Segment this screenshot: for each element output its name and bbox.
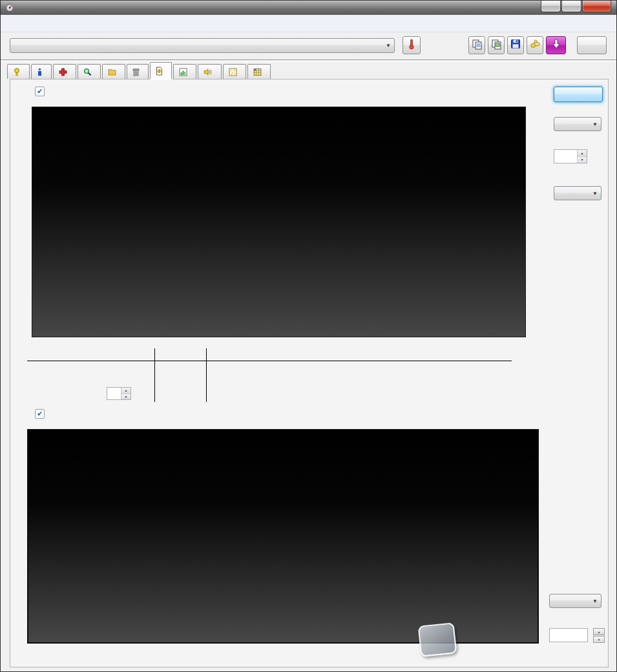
table-header-line (27, 361, 512, 361)
bar-chart-icon (179, 68, 187, 76)
delay-spin-down[interactable]: ▼ (593, 636, 605, 643)
close-button[interactable] (582, 1, 611, 12)
delay-spin-up[interactable]: ▲ (593, 628, 605, 635)
temperature-button[interactable] (403, 36, 421, 54)
drive-select[interactable]: ▼ (554, 117, 601, 131)
app-window: ▼ (0, 0, 617, 672)
chevron-down-icon: ▼ (589, 191, 601, 196)
file-length2-select[interactable]: ▼ (549, 594, 601, 608)
toolbar: ▼ (1, 32, 616, 59)
download-button[interactable] (546, 36, 566, 54)
copy-image-button[interactable] (488, 36, 505, 54)
tab-file-benchmark[interactable] (150, 62, 172, 79)
magnifier-icon (83, 68, 92, 76)
menu-help[interactable] (17, 21, 29, 25)
table-separator (206, 348, 207, 402)
titlebar (1, 1, 616, 15)
thermometer-icon (408, 38, 415, 52)
file-length-value (554, 150, 577, 163)
donate-hands-icon (530, 39, 541, 52)
spin-up-icon[interactable]: ▲ (578, 150, 587, 157)
chevron-down-icon: ▼ (589, 598, 601, 604)
tab-benchmark[interactable] (7, 64, 30, 79)
maximize-button[interactable] (561, 1, 581, 12)
spin-down-icon[interactable]: ▼ (578, 157, 587, 163)
copy-text-icon (472, 39, 483, 52)
delay-value (550, 629, 587, 642)
save-button[interactable] (507, 36, 524, 54)
start-button[interactable] (554, 87, 603, 102)
tabbar (7, 63, 272, 79)
tab-aam[interactable] (198, 64, 222, 79)
menubar (1, 15, 616, 32)
delay-spinner[interactable] (549, 628, 588, 642)
block-size-chart (27, 429, 539, 644)
chevron-down-icon: ▼ (382, 43, 394, 48)
trash-icon (132, 68, 140, 76)
chevron-down-icon: ▼ (589, 121, 601, 127)
copy-image-icon (491, 39, 502, 52)
queue-depth-value (107, 388, 121, 399)
save-icon (510, 39, 521, 52)
legend-write-swatch (515, 421, 521, 427)
transfer-speed-chart (32, 107, 526, 337)
folder-icon (108, 68, 116, 76)
copy-text-button[interactable] (468, 36, 485, 54)
file-length-spinner[interactable]: ▲▼ (554, 149, 587, 163)
grid-icon (253, 68, 262, 76)
device-select[interactable]: ▼ (10, 38, 395, 53)
queue-depth-spinner[interactable]: ▲▼ (107, 387, 131, 400)
file-benchmark-panel: ✔ ▼ ▲▼ ▼ (10, 79, 609, 667)
spin-up-icon[interactable]: ▲ (121, 388, 131, 394)
exit-button[interactable] (577, 36, 607, 54)
tab-disk-monitor[interactable] (173, 64, 196, 79)
minimize-button[interactable] (541, 1, 561, 12)
tab-health[interactable] (53, 64, 76, 79)
toolbar-separator (1, 59, 616, 62)
tab-folder-usage[interactable] (102, 64, 125, 79)
dots-icon (229, 68, 237, 76)
table-separator (154, 348, 155, 402)
tab-info[interactable] (31, 64, 52, 79)
tab-random-access[interactable] (223, 64, 246, 79)
transfer-speed-checkbox[interactable]: ✔ (35, 87, 45, 96)
donate-button[interactable] (527, 36, 543, 54)
spin-down-icon[interactable]: ▼ (121, 394, 131, 400)
data-pattern-select[interactable]: ▼ (554, 186, 601, 200)
speaker-icon (204, 68, 213, 76)
tab-erase[interactable] (127, 64, 149, 79)
tab-error-scan[interactable] (78, 64, 101, 79)
menu-file[interactable] (6, 21, 17, 25)
tab-extra-tests[interactable] (247, 64, 271, 79)
health-cross-icon (59, 68, 67, 76)
gauge-icon (13, 68, 21, 76)
legend-read-swatch (488, 421, 494, 427)
block-size-checkbox[interactable]: ✔ (35, 409, 45, 419)
app-icon (5, 3, 14, 12)
download-arrow-icon (552, 39, 561, 52)
info-icon (37, 68, 43, 76)
file-exclaim-icon (156, 67, 163, 76)
